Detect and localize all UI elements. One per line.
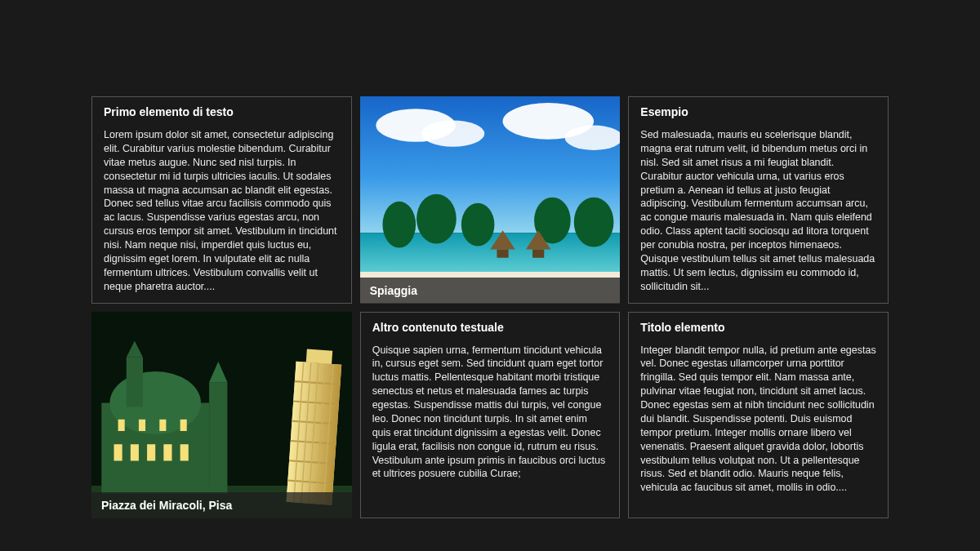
svg-rect-32 <box>180 419 187 430</box>
svg-rect-22 <box>209 382 227 494</box>
svg-rect-29 <box>118 419 125 430</box>
svg-rect-14 <box>497 250 508 258</box>
svg-point-9 <box>461 203 495 247</box>
pisa-image <box>91 312 352 519</box>
svg-point-8 <box>416 194 457 244</box>
card-title: Altro contenuto testuale <box>372 321 608 334</box>
image-card-spiaggia[interactable]: Spiaggia <box>360 96 621 304</box>
svg-rect-15 <box>532 250 544 258</box>
text-card-esempio[interactable]: Esempio Sed malesuada, mauris eu sceleri… <box>628 96 889 304</box>
card-body: Integer blandit tempor nulla, id pretium… <box>640 344 876 495</box>
text-card-primo[interactable]: Primo elemento di testo Lorem ipsum dolo… <box>91 96 352 304</box>
image-caption: Piazza dei Miracoli, Pisa <box>91 492 352 518</box>
svg-rect-27 <box>163 444 172 460</box>
image-caption: Spiaggia <box>360 278 621 304</box>
svg-point-11 <box>573 198 613 247</box>
image-card-pisa[interactable]: Piazza dei Miracoli, Pisa <box>91 312 352 519</box>
card-title: Esempio <box>640 105 876 118</box>
card-body: Sed malesuada, mauris eu scelerisque bla… <box>640 128 876 294</box>
svg-point-2 <box>421 120 484 146</box>
text-card-titolo[interactable]: Titolo elemento Integer blandit tempor n… <box>628 312 889 519</box>
svg-rect-31 <box>159 419 166 430</box>
card-body: Lorem ipsum dolor sit amet, consectetur … <box>104 128 340 294</box>
card-body: Quisque sapien urna, fermentum tincidunt… <box>372 344 608 482</box>
svg-rect-20 <box>127 357 143 407</box>
content-grid: Primo elemento di testo Lorem ipsum dolo… <box>0 0 980 551</box>
svg-rect-25 <box>131 444 139 460</box>
svg-rect-28 <box>180 444 189 460</box>
svg-rect-26 <box>147 444 155 460</box>
svg-rect-30 <box>139 419 145 430</box>
svg-point-7 <box>382 202 416 248</box>
svg-rect-24 <box>114 444 122 460</box>
card-title: Titolo elemento <box>640 321 876 334</box>
text-card-altro[interactable]: Altro contenuto testuale Quisque sapien … <box>360 312 621 519</box>
card-title: Primo elemento di testo <box>104 105 340 118</box>
svg-point-4 <box>564 125 620 149</box>
svg-rect-46 <box>306 349 332 363</box>
beach-image <box>360 96 621 304</box>
